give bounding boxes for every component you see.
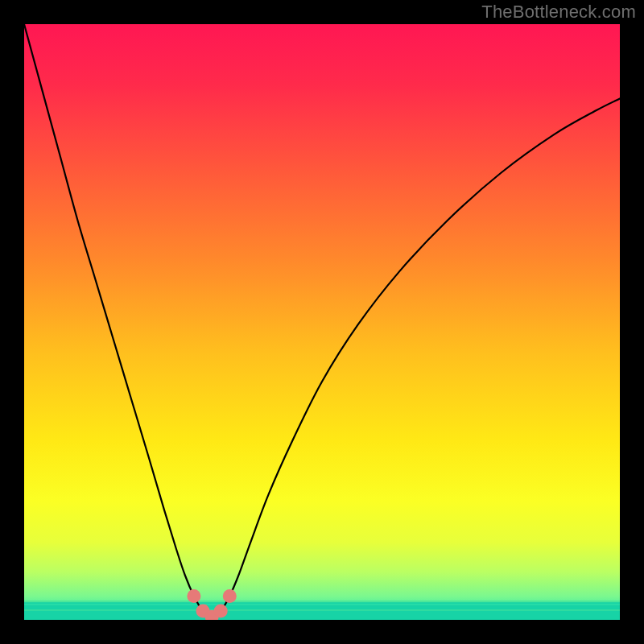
- plot-svg: [24, 24, 620, 620]
- outer-frame: TheBottleneck.com: [0, 0, 644, 644]
- highlight-point: [214, 604, 228, 617]
- plot-background: [24, 24, 620, 620]
- svg-rect-2: [24, 604, 620, 605]
- green-band: [24, 601, 620, 620]
- highlight-point: [187, 589, 200, 603]
- plot-area: [24, 24, 620, 620]
- svg-rect-4: [24, 609, 620, 611]
- watermark-text: TheBottleneck.com: [481, 2, 636, 23]
- svg-rect-3: [24, 606, 620, 608]
- svg-rect-1: [24, 601, 620, 602]
- highlight-point: [223, 589, 237, 603]
